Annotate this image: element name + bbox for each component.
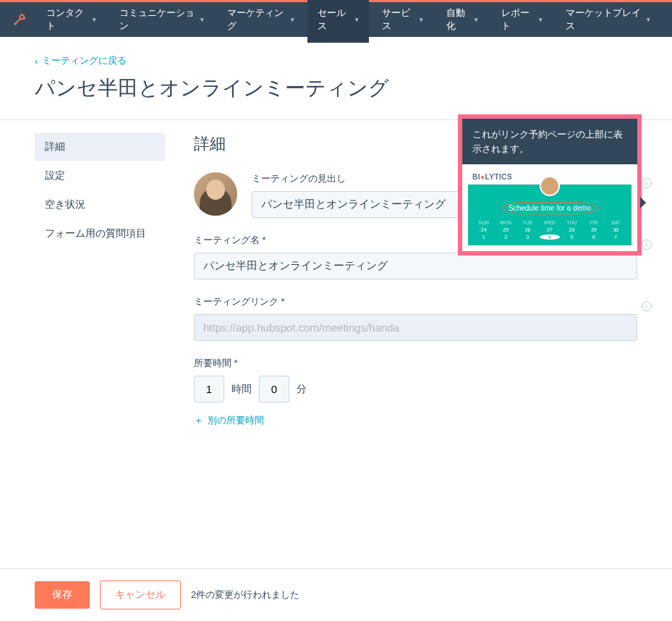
- nav-marketing[interactable]: マーケティング▾: [217, 0, 305, 43]
- preview-avatar: [540, 176, 560, 196]
- add-duration-label: 別の所要時間: [208, 414, 264, 427]
- duration-minutes-unit: 分: [297, 383, 307, 396]
- duration-hours-unit: 時間: [231, 383, 252, 396]
- back-link-label: ミーティングに戻る: [42, 54, 127, 67]
- nav-label: サービス: [382, 7, 417, 33]
- svg-line-1: [16, 19, 20, 23]
- nav-label: マーケットプレイス: [566, 7, 644, 33]
- chevron-down-icon: ▾: [475, 16, 478, 23]
- meeting-link-input: [194, 314, 637, 341]
- duration-hours-input[interactable]: [194, 376, 224, 402]
- sidebar-item-availability[interactable]: 空き状況: [35, 191, 165, 219]
- chevron-down-icon: ▾: [420, 16, 423, 23]
- svg-point-2: [14, 22, 17, 25]
- svg-point-0: [20, 15, 25, 20]
- chevron-down-icon: ▾: [539, 16, 543, 23]
- sidebar-item-settings[interactable]: 設定: [35, 162, 165, 190]
- tooltip-preview: BI●LYTICS Schedule time for a demo SUNMO…: [462, 164, 637, 251]
- nav-communication[interactable]: コミュニケーション▾: [109, 0, 214, 43]
- plus-icon: ＋: [194, 414, 203, 427]
- info-icon[interactable]: i: [642, 175, 652, 188]
- sidebar-item-label: 空き状況: [45, 198, 85, 210]
- tooltip-arrow-icon: [640, 197, 646, 208]
- tooltip-callout: これがリンク予約ページの上部に表示されます。 BI●LYTICS Schedul…: [458, 114, 642, 255]
- content-area: 詳細 これがリンク予約ページの上部に表示されます。 BI●LYTICS Sche…: [194, 133, 637, 443]
- nav-service[interactable]: サービス▾: [372, 0, 433, 43]
- duration-label: 所要時間 *: [194, 357, 637, 370]
- nav-label: レポート: [501, 7, 536, 33]
- nav-label: コンタクト: [46, 7, 90, 33]
- nav-contacts[interactable]: コンタクト▾: [36, 0, 106, 43]
- chevron-down-icon: ▾: [355, 16, 359, 23]
- nav-automation[interactable]: 自動化▾: [436, 0, 489, 43]
- info-icon[interactable]: i: [642, 237, 652, 250]
- chevron-left-icon: ‹: [35, 56, 38, 67]
- top-navigation: コンタクト▾ コミュニケーション▾ マーケティング▾ セールス▾ サービス▾ 自…: [0, 2, 672, 37]
- sidebar-item-form-questions[interactable]: フォーム用の質問項目: [35, 220, 165, 248]
- nav-label: マーケティング: [227, 7, 288, 33]
- meeting-name-input[interactable]: [194, 253, 637, 279]
- chevron-down-icon: ▾: [200, 16, 204, 23]
- nav-label: セールス: [318, 7, 352, 33]
- settings-sidebar: 詳細 設定 空き状況 フォーム用の質問項目: [35, 133, 165, 443]
- hubspot-logo-icon[interactable]: [12, 11, 27, 28]
- nav-marketplace[interactable]: マーケットプレイス▾: [556, 0, 660, 43]
- meeting-link-label: ミーティングリンク *: [194, 295, 637, 308]
- nav-sales[interactable]: セールス▾: [307, 0, 369, 43]
- info-icon[interactable]: i: [642, 298, 652, 311]
- page-title: パンセ半田とオンラインミーティング: [35, 75, 637, 102]
- organizer-avatar: [194, 172, 237, 216]
- tooltip-text: これがリンク予約ページの上部に表示されます。: [462, 119, 637, 164]
- chevron-down-icon: ▾: [93, 16, 96, 23]
- sidebar-item-label: 設定: [45, 169, 65, 181]
- nav-label: コミュニケーション: [119, 7, 197, 33]
- back-to-meetings-link[interactable]: ‹ ミーティングに戻る: [35, 54, 637, 67]
- chevron-down-icon: ▾: [647, 16, 650, 23]
- sidebar-item-label: 詳細: [45, 140, 65, 152]
- duration-minutes-input[interactable]: [259, 376, 289, 402]
- nav-reports[interactable]: レポート▾: [491, 0, 553, 43]
- chevron-down-icon: ▾: [291, 16, 294, 23]
- nav-label: 自動化: [446, 7, 472, 33]
- preview-calendar: SUNMONTUEWEDTHUFRISAT 24252627282930 123…: [474, 220, 626, 240]
- add-duration-button[interactable]: ＋ 別の所要時間: [194, 414, 637, 427]
- sidebar-item-details[interactable]: 詳細: [35, 133, 165, 161]
- preview-title: Schedule time for a demo: [502, 202, 597, 214]
- sidebar-item-label: フォーム用の質問項目: [45, 227, 146, 239]
